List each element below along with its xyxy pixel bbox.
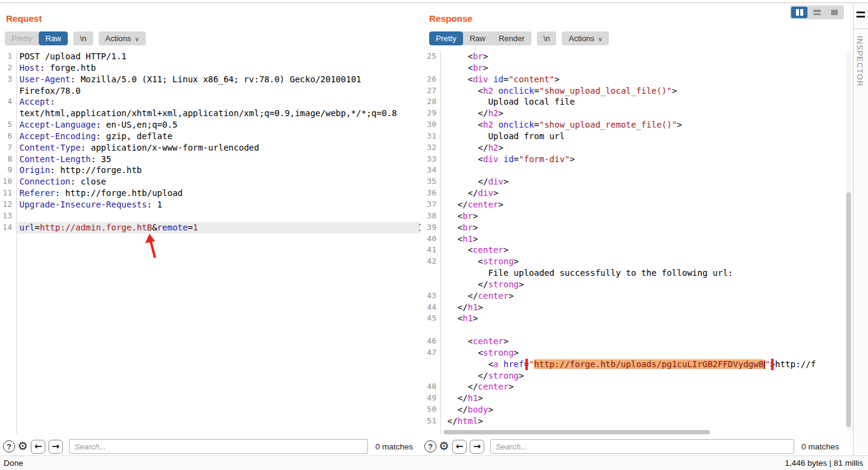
code-line-text: <div id="content"> bbox=[439, 74, 853, 85]
tab-pretty[interactable]: Pretty bbox=[429, 31, 463, 45]
gear-icon[interactable]: ⚙ bbox=[18, 440, 28, 452]
panel-divider-handle[interactable] bbox=[419, 224, 421, 231]
code-segment: br bbox=[462, 223, 473, 232]
code-line-text: </h1> bbox=[439, 302, 853, 313]
code-line-text: <a href="http://forge.htb/uploads/pg1cuL… bbox=[439, 359, 853, 370]
line-number: 50 bbox=[421, 404, 439, 416]
tab-group: \n bbox=[73, 31, 93, 45]
code-line-text: </body> bbox=[439, 404, 853, 416]
code-segment: strong bbox=[488, 371, 519, 380]
help-icon[interactable]: ? bbox=[3, 440, 15, 452]
code-segment: > bbox=[504, 336, 508, 346]
vertical-scrollbar-thumb[interactable] bbox=[846, 192, 851, 427]
code-segment: < bbox=[447, 51, 473, 61]
code-line-text: <h1> bbox=[439, 313, 853, 324]
code-segment: > bbox=[498, 143, 503, 152]
status-left: Done bbox=[4, 459, 23, 468]
line-number: 38 bbox=[421, 211, 439, 222]
code-line-text: <h2 onclick="show_upload_remote_file()"> bbox=[439, 119, 853, 131]
code-line: <a href="http://forge.htb/uploads/pg1cuL… bbox=[421, 359, 853, 370]
code-line-text: Origin: http://forge.htb bbox=[16, 165, 420, 176]
code-line: 34 bbox=[421, 165, 853, 176]
code-segment: h1 bbox=[462, 234, 473, 244]
code-segment: Accept-Language bbox=[19, 120, 96, 129]
previous-match-button[interactable]: ← bbox=[31, 440, 45, 454]
horizontal-scrollbar-thumb[interactable] bbox=[444, 430, 710, 434]
next-match-button[interactable]: → bbox=[470, 440, 484, 454]
status-right: 1,446 bytes | 81 millis bbox=[784, 459, 863, 468]
code-line: 42 <strong> bbox=[421, 256, 853, 267]
code-segment: > bbox=[488, 405, 493, 414]
search-input[interactable] bbox=[69, 439, 368, 454]
code-segment: : close bbox=[70, 177, 106, 186]
line-number: 7 bbox=[0, 142, 16, 154]
code-segment: : forge.htb bbox=[40, 63, 96, 73]
annotation-arrow bbox=[145, 233, 160, 259]
code-segment: Origin bbox=[19, 165, 50, 175]
code-segment: </ bbox=[447, 200, 468, 209]
tab-raw[interactable]: Raw bbox=[39, 31, 68, 45]
single-panel-layout-button[interactable] bbox=[826, 7, 843, 18]
tab-label: Render bbox=[499, 34, 525, 43]
tab-pretty[interactable]: Pretty bbox=[5, 31, 39, 45]
code-segment: "form-div" bbox=[519, 154, 570, 164]
tab-actions[interactable]: Actions∨ bbox=[562, 31, 609, 45]
code-segment: > bbox=[473, 223, 478, 232]
code-segment: > bbox=[498, 108, 503, 118]
vertical-scrollbar[interactable] bbox=[846, 51, 851, 431]
tab-raw[interactable]: Raw bbox=[463, 31, 492, 45]
next-match-button[interactable]: → bbox=[48, 440, 63, 454]
code-line: text/html,application/xhtml+xml,applicat… bbox=[0, 108, 420, 119]
tab-actions[interactable]: Actions∨ bbox=[99, 31, 146, 45]
search-input[interactable] bbox=[490, 439, 794, 454]
code-segment: id bbox=[493, 74, 504, 84]
response-code-editor[interactable]: 25 <br> <br>26 <div id="content">27 <h2 … bbox=[421, 51, 853, 427]
code-segment: </ bbox=[447, 108, 488, 118]
line-number: 35 bbox=[421, 176, 439, 188]
code-segment: br bbox=[473, 63, 483, 73]
code-segment: Content-Type bbox=[19, 143, 81, 152]
code-line: 48 </center> bbox=[421, 381, 853, 393]
code-segment: </ bbox=[447, 177, 488, 186]
code-line: 9Origin: http://forge.htb bbox=[0, 165, 420, 176]
code-line: 47 <strong> bbox=[421, 347, 853, 359]
code-segment: </ bbox=[447, 279, 488, 289]
inspector-tab[interactable]: INSPECTOR bbox=[855, 36, 864, 87]
request-code-editor[interactable]: 1POST /upload HTTP/1.12Host: forge.htb3U… bbox=[0, 51, 420, 233]
split-columns-layout-button[interactable] bbox=[791, 7, 807, 18]
code-segment: > bbox=[498, 200, 503, 209]
code-line: 31 Upload from url bbox=[421, 131, 853, 142]
code-line: </strong> bbox=[421, 279, 853, 290]
tab-group: PrettyRaw bbox=[5, 31, 68, 45]
code-segment: strong bbox=[488, 279, 519, 289]
previous-match-button[interactable]: ← bbox=[452, 440, 467, 454]
split-rows-layout-button[interactable] bbox=[809, 7, 825, 18]
code-line: 35 </div> bbox=[421, 176, 853, 188]
inspector-menu-icon[interactable] bbox=[856, 11, 865, 18]
code-segment: " bbox=[765, 359, 770, 369]
code-line: 13 bbox=[0, 211, 420, 222]
horizontal-scrollbar[interactable] bbox=[442, 430, 841, 434]
code-segment: center bbox=[478, 382, 509, 391]
code-segment: </ bbox=[447, 405, 468, 414]
code-segment: < bbox=[447, 211, 462, 221]
code-line-text: url=http://admin.forge.htB&remote=1 bbox=[16, 222, 420, 233]
code-line: 2Host: forge.htb bbox=[0, 62, 420, 74]
tab-render[interactable]: Render bbox=[492, 31, 531, 45]
tab-n[interactable]: \n bbox=[537, 31, 557, 45]
code-segment: Firefox/78.0 bbox=[19, 86, 81, 96]
tab-n[interactable]: \n bbox=[73, 31, 93, 45]
code-segment: h2 bbox=[483, 86, 493, 96]
code-segment: br bbox=[462, 211, 473, 221]
code-segment: h1 bbox=[468, 393, 478, 403]
code-segment: </ bbox=[447, 416, 458, 426]
response-panel-title: Response bbox=[429, 13, 473, 24]
code-line: 45 <h1> bbox=[421, 313, 853, 324]
code-line-text: Firefox/78.0 bbox=[16, 85, 420, 97]
line-number: 46 bbox=[421, 336, 439, 347]
gear-icon[interactable]: ⚙ bbox=[439, 440, 449, 452]
tab-group: \n bbox=[537, 31, 557, 45]
status-bar: Done 1,446 bytes | 81 millis bbox=[0, 455, 868, 470]
code-line: </strong> bbox=[421, 370, 853, 382]
help-icon[interactable]: ? bbox=[424, 440, 436, 452]
